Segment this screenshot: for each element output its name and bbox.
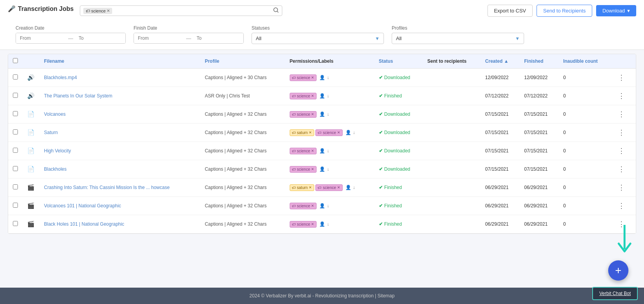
export-csv-button[interactable]: Export to CSV <box>487 5 533 17</box>
row-filename[interactable]: Volcanoes <box>39 105 200 124</box>
filename-link[interactable]: Saturn <box>44 130 58 135</box>
row-filename[interactable]: Black Holes 101 | National Geographic <box>39 215 200 233</box>
remove-tag-science[interactable]: ✕ <box>311 167 314 171</box>
statuses-filter: Statuses All ▼ <box>252 25 384 44</box>
row-filename[interactable]: The Planets In Our Solar System <box>39 87 200 105</box>
status-badge: ✔Downloaded <box>379 166 418 172</box>
row-status: ✔Finished <box>374 87 423 105</box>
tag-science[interactable]: 🏷 science✕ <box>290 203 317 209</box>
tag-science[interactable]: 🏷 science✕ <box>290 221 317 228</box>
profiles-select[interactable]: All ▼ <box>392 33 524 44</box>
status-column-header[interactable]: Status <box>374 54 423 69</box>
created-column-header[interactable]: Created ▲ <box>480 54 519 69</box>
finish-to-input[interactable] <box>193 33 243 43</box>
inaudible-column-header[interactable]: Inaudible count <box>558 54 611 69</box>
finish-date-range: — <box>134 33 244 44</box>
row-permissions-labels: 🏷 science✕ 👤 ↓ <box>285 87 374 105</box>
more-actions-button[interactable]: ⋮ <box>616 127 627 138</box>
row-sent <box>423 215 481 233</box>
download-label: Download <box>602 8 625 14</box>
remove-tag-button[interactable]: ✕ <box>107 9 110 13</box>
tag-science[interactable]: 🏷 science✕ <box>315 184 343 191</box>
filename-link[interactable]: Black Holes 101 | National Geographic <box>44 221 124 227</box>
row-status: ✔Downloaded <box>374 124 423 142</box>
remove-tag-science[interactable]: ✕ <box>311 112 314 116</box>
filename-link[interactable]: The Planets In Our Solar System <box>44 93 112 99</box>
tag-saturn[interactable]: 🏷 saturn✕ <box>290 129 315 136</box>
row-checkbox[interactable] <box>13 203 18 208</box>
row-checkbox[interactable] <box>13 184 18 189</box>
filename-link[interactable]: Volcanoes <box>44 111 65 117</box>
creation-from-input[interactable] <box>16 33 67 43</box>
row-status: ✔Downloaded <box>374 142 423 160</box>
statuses-select[interactable]: All ▼ <box>252 33 384 44</box>
remove-tag-saturn[interactable]: ✕ <box>309 186 312 189</box>
check-icon: ✔ <box>379 166 383 172</box>
audio-icon: 🔊 <box>27 92 35 99</box>
search-submit-button[interactable] <box>273 7 279 14</box>
permission-icons: 👤 ↓ <box>345 130 355 135</box>
row-checkbox[interactable] <box>13 111 18 116</box>
row-checkbox[interactable] <box>13 148 18 153</box>
row-filename[interactable]: Crashing Into Saturn: This Cassini Missi… <box>39 179 200 197</box>
remove-tag-science[interactable]: ✕ <box>311 149 314 153</box>
search-input[interactable] <box>114 8 273 14</box>
row-checkbox[interactable] <box>13 74 18 80</box>
profile-column-header[interactable]: Profile <box>200 54 285 69</box>
remove-tag-science[interactable]: ✕ <box>337 131 340 134</box>
finish-from-input[interactable] <box>134 33 185 43</box>
tag-science[interactable]: 🏷 science✕ <box>290 74 317 81</box>
filename-link[interactable]: Volcanoes 101 | National Geographic <box>44 203 121 209</box>
row-filename[interactable]: Saturn <box>39 124 200 142</box>
share-icon: ↓ <box>327 166 329 172</box>
more-actions-button[interactable]: ⋮ <box>616 109 627 119</box>
remove-tag-saturn[interactable]: ✕ <box>309 131 312 134</box>
row-filename[interactable]: Volcanoes 101 | National Geographic <box>39 197 200 215</box>
finished-column-header[interactable]: Finished <box>519 54 558 69</box>
select-all-checkbox[interactable] <box>13 58 18 63</box>
remove-tag-science[interactable]: ✕ <box>311 94 314 98</box>
filename-link[interactable]: Crashing Into Saturn: This Cassini Missi… <box>44 185 170 190</box>
row-inaudible: 0 <box>558 142 611 160</box>
tag-science[interactable]: 🏷 science✕ <box>290 148 317 154</box>
more-actions-button[interactable]: ⋮ <box>616 91 627 101</box>
more-actions-button[interactable]: ⋮ <box>616 146 627 156</box>
row-checkbox[interactable] <box>13 129 18 134</box>
creation-to-input[interactable] <box>75 33 125 43</box>
filename-link[interactable]: Blackholes <box>44 166 67 172</box>
remove-tag-science[interactable]: ✕ <box>311 76 314 80</box>
row-sent <box>423 124 481 142</box>
status-badge: ✔Downloaded <box>379 130 418 135</box>
filename-column-header[interactable]: Filename <box>39 54 200 69</box>
search-tag-science[interactable]: 🏷 science ✕ <box>83 8 112 14</box>
main-content: Filename Profile Permissions/Labels Stat… <box>0 54 644 265</box>
remove-tag-science[interactable]: ✕ <box>311 222 314 226</box>
tag-science[interactable]: 🏷 science✕ <box>290 166 317 173</box>
more-actions-button[interactable]: ⋮ <box>616 164 627 174</box>
row-icon-cell: 📄 <box>23 105 39 124</box>
filename-link[interactable]: High Velocity <box>44 148 71 154</box>
tag-science[interactable]: 🏷 science✕ <box>290 93 317 99</box>
row-created: 07/15/2021 <box>480 142 519 160</box>
row-checkbox[interactable] <box>13 93 18 98</box>
tag-saturn[interactable]: 🏷 saturn✕ <box>290 184 315 191</box>
row-filename[interactable]: Blackholes <box>39 160 200 179</box>
row-checkbox[interactable] <box>13 221 18 226</box>
more-actions-button[interactable]: ⋮ <box>616 182 627 193</box>
send-recipients-button[interactable]: Send to Recipients <box>537 5 592 17</box>
remove-tag-science[interactable]: ✕ <box>311 204 314 208</box>
tag-science[interactable]: 🏷 science✕ <box>315 129 343 136</box>
more-actions-button[interactable]: ⋮ <box>616 201 627 211</box>
row-filename[interactable]: Blackholes.mp4 <box>39 69 200 87</box>
download-button[interactable]: Download ▾ <box>596 5 636 16</box>
tag-science[interactable]: 🏷 science✕ <box>290 111 317 118</box>
row-permissions-labels: 🏷 science✕ 👤 ↓ <box>285 142 374 160</box>
row-checkbox[interactable] <box>13 166 18 171</box>
jobs-table: Filename Profile Permissions/Labels Stat… <box>8 54 636 233</box>
check-icon: ✔ <box>379 203 383 209</box>
row-created: 07/15/2021 <box>480 124 519 142</box>
filename-link[interactable]: Blackholes.mp4 <box>44 75 77 80</box>
more-actions-button[interactable]: ⋮ <box>616 72 627 83</box>
row-filename[interactable]: High Velocity <box>39 142 200 160</box>
remove-tag-science[interactable]: ✕ <box>337 186 340 189</box>
